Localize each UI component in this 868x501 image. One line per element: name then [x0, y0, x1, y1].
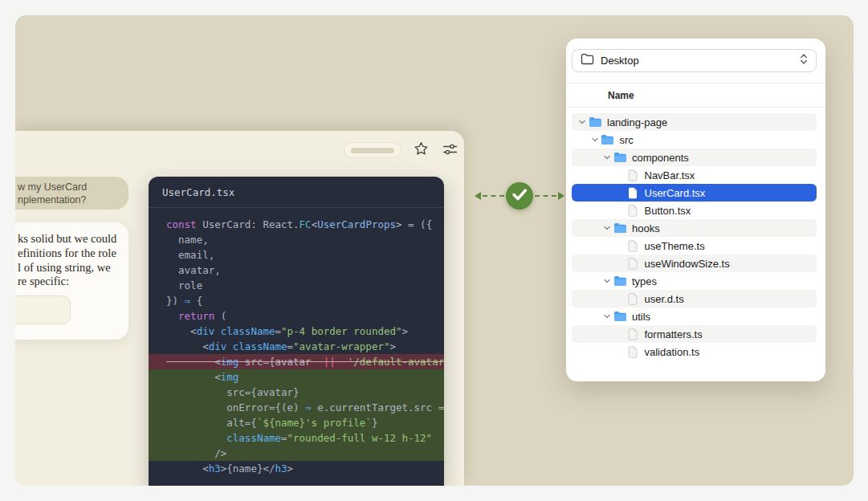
folder-icon [588, 116, 602, 128]
chevron-down-icon[interactable] [589, 136, 601, 144]
assistant-message-card: ks solid but we couldefinitions for the … [15, 222, 128, 340]
settings-sliders-button[interactable] [441, 141, 458, 159]
tree-row-user-d-ts[interactable]: user.d.ts [572, 290, 817, 308]
location-label: Desktop [601, 55, 800, 67]
chevron-down-icon[interactable] [601, 277, 613, 285]
user-message-bubble: w my UserCardnplementation? [15, 177, 128, 210]
code-line-added: src={avatar} [149, 385, 444, 400]
folder-icon [613, 311, 627, 322]
tree-row-types[interactable]: types [572, 272, 817, 290]
code-line: role [149, 278, 444, 293]
tree-row-src[interactable]: src [572, 131, 817, 149]
tree-row-button-tsx[interactable]: Button.tsx [572, 202, 817, 219]
tree-row-hooks[interactable]: hooks [572, 219, 817, 237]
tree-row-landing-page[interactable]: landing-page [572, 113, 817, 131]
code-line: }) ⇒ { [149, 293, 444, 308]
assistant-message-line: l of using string, we [18, 261, 120, 275]
location-select[interactable]: Desktop [572, 49, 817, 72]
chevron-down-icon[interactable] [601, 312, 613, 320]
code-line-added: /> [149, 446, 444, 461]
tree-row-label: src [620, 134, 634, 146]
tree-row-label: useTheme.ts [645, 240, 705, 252]
code-line-added: <img [149, 369, 444, 385]
tree-row-usewindowsize-ts[interactable]: useWindowSize.ts [572, 255, 817, 272]
dashed-line [535, 195, 556, 197]
folder-icon [613, 152, 627, 163]
chat-window: w my UserCardnplementation? ks solid but… [15, 131, 464, 486]
divider [566, 107, 825, 108]
tree-row-label: UserCard.tsx [645, 187, 706, 199]
assistant-message-line: ks solid but we could [18, 232, 120, 246]
code-line-removed: <img src={avatar || '/default-avatar.png… [149, 354, 444, 369]
tree-row-label: types [632, 275, 657, 287]
divider [566, 83, 825, 84]
tree-row-validation-ts[interactable]: validation.ts [572, 343, 817, 360]
code-line-added: className="rounded-full w-12 h-12" [149, 430, 444, 446]
star-button[interactable] [412, 141, 430, 159]
folder-icon [613, 222, 627, 234]
code-line: const UserCard: React.FC<UserCardProps> … [149, 217, 444, 232]
chevron-down-icon[interactable] [601, 153, 613, 161]
dashed-line [483, 195, 504, 197]
file-browser-panel: Desktop Name landing-pagesrccomponentsNa… [566, 39, 825, 381]
file-icon [626, 293, 640, 305]
user-message-line: w my UserCard [18, 181, 117, 193]
file-tree: landing-pagesrccomponentsNavBar.tsxUserC… [572, 113, 817, 360]
code-line: <h3>{name}</h3> [149, 461, 444, 476]
code-line: <div className="avatar-wrapper"> [149, 339, 444, 354]
code-line: email, [149, 247, 444, 263]
file-icon [626, 169, 640, 181]
tree-row-usercard-tsx[interactable]: UserCard.tsx [572, 184, 817, 202]
file-icon [626, 205, 640, 217]
code-line-added: onError={(e) ⇒ e.currentTarget.src = '/d… [149, 400, 444, 415]
code-snippet-placeholder [15, 295, 71, 324]
tree-row-label: useWindowSize.ts [645, 258, 730, 270]
file-icon [626, 187, 640, 199]
file-icon [626, 240, 640, 252]
star-icon [414, 141, 429, 159]
file-icon [626, 346, 640, 358]
tree-row-label: components [632, 152, 689, 164]
tree-row-label: user.d.ts [645, 293, 684, 305]
arrow-left-icon [475, 192, 481, 200]
code-line-added: alt={`${name}'s profile`} [149, 415, 444, 430]
sliders-icon [442, 143, 458, 158]
folder-outline-icon [581, 53, 594, 68]
folder-icon [613, 275, 627, 287]
tree-row-components[interactable]: components [572, 149, 817, 166]
chevron-down-icon[interactable] [601, 224, 613, 232]
tree-row-usetheme-ts[interactable]: useTheme.ts [572, 237, 817, 255]
code-line: name, [149, 232, 444, 247]
tree-row-label: hooks [632, 222, 660, 234]
arrow-right-icon [558, 192, 564, 200]
tree-row-label: validation.ts [645, 346, 700, 358]
pill-bar [351, 148, 394, 153]
code-file-title: UserCard.tsx [149, 177, 444, 208]
file-icon [626, 258, 640, 270]
tree-row-label: landing-page [607, 116, 667, 128]
code-editor-panel: UserCard.tsx const UserCard: React.FC<Us… [149, 177, 444, 486]
tree-row-label: utils [632, 311, 650, 323]
code-line: avatar, [149, 263, 444, 278]
tree-row-utils[interactable]: utils [572, 308, 817, 325]
folder-icon [601, 134, 615, 145]
tree-row-label: Button.tsx [645, 205, 691, 217]
design-canvas: w my UserCardnplementation? ks solid but… [15, 15, 854, 486]
assistant-message-line: re specific: [18, 275, 120, 289]
toolbar-pill-placeholder [344, 142, 401, 158]
chevron-down-icon[interactable] [577, 118, 588, 126]
tree-row-label: NavBar.tsx [645, 169, 695, 181]
sync-indicator [475, 181, 574, 210]
assistant-message-line: efinitions for the role [18, 246, 120, 261]
checkmark-badge [506, 182, 533, 210]
code-line: <div className="p-4 border rounded"> [149, 324, 444, 339]
code-line: return ( [149, 308, 444, 324]
tree-row-formatters-ts[interactable]: formatters.ts [572, 325, 817, 343]
chevron-up-down-icon [800, 53, 808, 68]
tree-row-navbar-tsx[interactable]: NavBar.tsx [572, 166, 817, 184]
checkmark-icon [506, 181, 533, 211]
tree-row-label: formatters.ts [645, 328, 703, 340]
file-icon [626, 328, 640, 340]
code-body: const UserCard: React.FC<UserCardProps> … [149, 208, 444, 476]
column-header-name: Name [608, 90, 634, 101]
